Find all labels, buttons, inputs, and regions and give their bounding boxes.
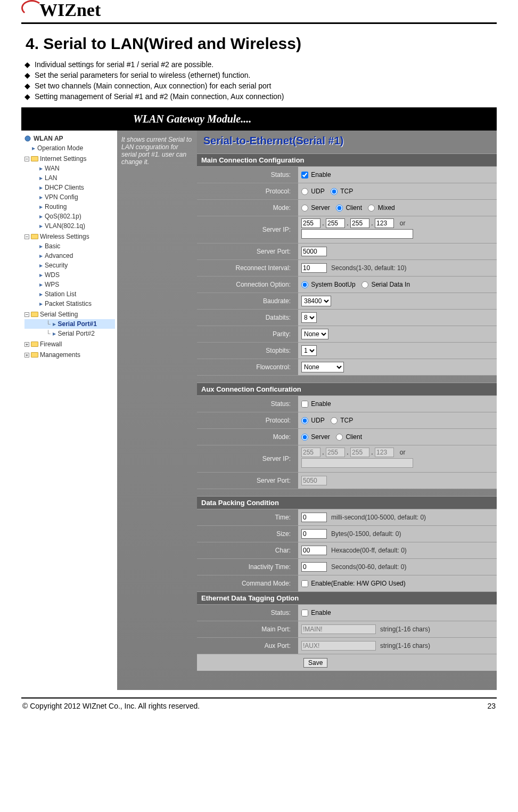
main-baudrate-select[interactable]: 38400: [301, 296, 331, 306]
save-button[interactable]: Save: [303, 658, 327, 668]
screenshot-frame: WLAN Gateway Module.... WLAN AP ▸Operati…: [21, 107, 497, 690]
nav-lan[interactable]: ▸LAN: [24, 173, 115, 183]
row-main-protocol: Protocol: UDP TCP: [197, 183, 497, 199]
main-mode-mixed-radio[interactable]: Mixed: [368, 204, 394, 212]
main-ip-octet2-input[interactable]: [326, 218, 345, 228]
bullet-item: Setting management of Serial #1 and #2 (…: [24, 92, 497, 101]
pack-inactivity-input[interactable]: [301, 562, 327, 572]
top-rule: [21, 22, 497, 24]
aux-mode-server-radio[interactable]: Server: [301, 433, 330, 441]
page-footer: © Copyright 2012 WIZnet Co., Inc. All ri…: [21, 702, 497, 714]
nav-routing[interactable]: ▸Routing: [24, 202, 115, 212]
aux-protocol-udp-radio[interactable]: UDP: [301, 417, 325, 424]
row-pack-time: Time:milli-second(100-5000, default: 0): [197, 509, 497, 525]
logo-text: WIZnet: [39, 0, 101, 20]
nav-qos[interactable]: ▸QoS(802.1p): [24, 212, 115, 221]
nav-firewall-folder[interactable]: +Firewall: [24, 339, 115, 349]
aux-ip-octet4-input[interactable]: [375, 448, 394, 457]
bottom-rule: [21, 697, 497, 699]
aux-connection-header: Aux Connection Conficuration: [197, 383, 497, 395]
nav-station-list[interactable]: ▸Station List: [24, 289, 115, 299]
aux-status-enable-checkbox[interactable]: Enable: [301, 400, 331, 408]
page-title: Serial-to-Ethernet(Serial #1): [197, 131, 497, 153]
main-serverport-input[interactable]: [301, 247, 327, 256]
bullet-item: Individual settings for serial #1 / seri…: [24, 60, 497, 69]
tagging-header: Ethernet Data Tagging Option: [197, 591, 497, 604]
copyright: © Copyright 2012 WIZnet Co., Inc. All ri…: [22, 702, 200, 710]
row-main-status: Status: Enable: [197, 166, 497, 183]
aux-ip-host-input[interactable]: [301, 458, 413, 468]
row-main-serverport: Server Port:: [197, 243, 497, 259]
main-conopt-serialin-radio[interactable]: Serial Data In: [361, 281, 410, 288]
globe-icon: [24, 135, 32, 142]
aux-protocol-tcp-radio[interactable]: TCP: [331, 417, 353, 424]
nav-serial-port1[interactable]: └▸Serial Port#1: [24, 319, 115, 329]
row-aux-protocol: Protocol: UDP TCP: [197, 412, 497, 428]
main-protocol-udp-radio[interactable]: UDP: [301, 188, 325, 195]
main-ip-octet4-input[interactable]: [375, 218, 394, 228]
main-ip-octet3-input[interactable]: [350, 218, 369, 228]
nav-basic[interactable]: ▸Basic: [24, 241, 115, 251]
row-pack-cmdmode: Command Mode: Enable(Enable: H/W GPIO Us…: [197, 575, 497, 591]
page-number: 23: [487, 702, 496, 710]
section-heading: 4. Serial to LAN(Wired and Wireless): [26, 35, 497, 53]
main-panel: Serial-to-Ethernet(Serial #1) Main Conne…: [197, 131, 497, 690]
row-pack-size: Size:Bytes(0-1500, default: 0): [197, 525, 497, 542]
nav-serial-folder[interactable]: −Serial Setting: [24, 310, 115, 319]
main-status-enable-checkbox[interactable]: Enable: [301, 171, 331, 178]
svg-point-0: [25, 136, 30, 141]
logo-swoosh-icon: [21, 0, 43, 16]
nav-vlan[interactable]: ▸VLAN(802.1q): [24, 221, 115, 231]
nav-dhcp-clients[interactable]: ▸DHCP Clients: [24, 183, 115, 192]
row-aux-status: Status: Enable: [197, 395, 497, 412]
main-ip-octet1-input[interactable]: [301, 218, 320, 228]
aux-mode-client-radio[interactable]: Client: [336, 433, 362, 441]
aux-serverport-input[interactable]: [301, 476, 327, 485]
pack-cmdmode-checkbox[interactable]: Enable(Enable: H/W GPIO Used): [301, 580, 406, 587]
aux-ip-octet3-input[interactable]: [350, 448, 369, 457]
aux-ip-octet2-input[interactable]: [326, 448, 345, 457]
row-main-conoption: Connection Option: System BootUp Serial …: [197, 276, 497, 293]
nav-operation-mode[interactable]: ▸Operation Mode: [24, 143, 115, 153]
nav-internet-folder[interactable]: −Internet Settings: [24, 154, 115, 164]
main-ip-host-input[interactable]: [301, 229, 413, 239]
nav-managements-folder[interactable]: +Managements: [24, 350, 115, 360]
row-tag-auxport: Aux Port:string(1-16 chars): [197, 637, 497, 654]
row-main-serverip: Server IP: . . . or: [197, 216, 497, 243]
row-main-mode: Mode: Server Client Mixed: [197, 199, 497, 216]
row-aux-mode: Mode: Server Client: [197, 428, 497, 445]
folder-icon: [31, 342, 38, 347]
nav-wireless-folder[interactable]: −Wireless Settings: [24, 232, 115, 241]
help-sidebar: It shows current Serial to LAN congurati…: [117, 131, 197, 690]
pack-char-input[interactable]: [301, 546, 327, 555]
main-databits-select[interactable]: 8: [301, 312, 317, 323]
nav-serial-port2[interactable]: └▸Serial Port#2: [24, 329, 115, 338]
gateway-banner: WLAN Gateway Module....: [21, 108, 497, 131]
nav-wds[interactable]: ▸WDS: [24, 270, 115, 280]
folder-icon: [31, 312, 38, 317]
nav-packet-stats[interactable]: ▸Packet Statistics: [24, 299, 115, 308]
nav-advanced[interactable]: ▸Advanced: [24, 251, 115, 261]
tag-mainport-input[interactable]: [301, 624, 376, 634]
main-flowcontrol-select[interactable]: None: [301, 362, 344, 372]
main-stopbits-select[interactable]: 1: [301, 345, 317, 356]
nav-vpn-config[interactable]: ▸VPN Config: [24, 192, 115, 202]
bullet-list: Individual settings for serial #1 / seri…: [24, 60, 497, 101]
aux-ip-octet1-input[interactable]: [301, 448, 320, 457]
pack-size-input[interactable]: [301, 529, 327, 539]
nav-security[interactable]: ▸Security: [24, 261, 115, 270]
tag-status-checkbox[interactable]: Enable: [301, 609, 331, 616]
tag-auxport-input[interactable]: [301, 641, 376, 651]
nav-wan[interactable]: ▸WAN: [24, 164, 115, 173]
main-protocol-tcp-radio[interactable]: TCP: [331, 188, 353, 195]
pack-time-input[interactable]: [301, 513, 327, 522]
nav-wps[interactable]: ▸WPS: [24, 280, 115, 289]
main-mode-client-radio[interactable]: Client: [336, 204, 362, 212]
main-parity-select[interactable]: None: [301, 329, 328, 339]
main-conopt-bootup-radio[interactable]: System BootUp: [301, 281, 356, 288]
main-reconnect-input[interactable]: [301, 263, 327, 273]
save-row: Save: [197, 654, 497, 671]
main-mode-server-radio[interactable]: Server: [301, 204, 330, 212]
nav-root[interactable]: WLAN AP: [24, 134, 115, 143]
row-main-databits: Databits:8: [197, 309, 497, 326]
